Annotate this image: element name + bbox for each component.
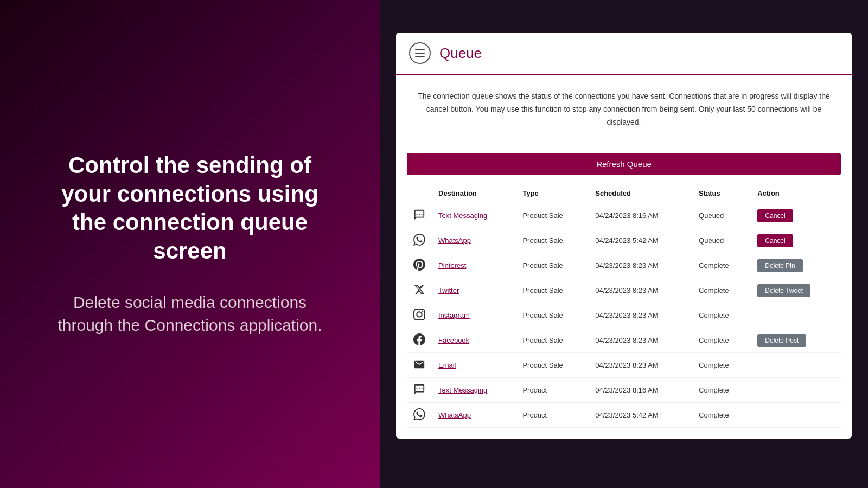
delete-post-button[interactable]: Delete Post bbox=[757, 334, 806, 347]
row-action: Cancel bbox=[751, 203, 841, 228]
table-row: WhatsAppProduct Sale04/24/2023 5:42 AMQu… bbox=[407, 228, 841, 253]
row-status: Complete bbox=[692, 253, 751, 278]
queue-card: Queue The connection queue shows the sta… bbox=[396, 33, 852, 439]
row-scheduled: 04/23/2023 8:23 AM bbox=[589, 278, 692, 303]
col-action: Action bbox=[751, 184, 841, 203]
row-action bbox=[751, 403, 841, 428]
svg-point-2 bbox=[421, 214, 422, 215]
col-status: Status bbox=[692, 184, 751, 203]
svg-point-0 bbox=[416, 214, 417, 215]
destination-link[interactable]: Text Messaging bbox=[438, 211, 487, 220]
table-row: FacebookProduct Sale04/23/2023 8:23 AMCo… bbox=[407, 328, 841, 353]
destination-link[interactable]: WhatsApp bbox=[438, 236, 471, 245]
row-type: Product Sale bbox=[516, 228, 589, 253]
headline: Control the sending of your connections … bbox=[43, 151, 336, 265]
svg-point-4 bbox=[419, 388, 420, 389]
row-destination[interactable]: Twitter bbox=[432, 278, 516, 303]
row-type: Product Sale bbox=[516, 353, 589, 378]
row-action: Delete Tweet bbox=[751, 278, 841, 303]
table-row: Text MessagingProduct04/23/2023 8:16 AMC… bbox=[407, 378, 841, 403]
row-status: Complete bbox=[692, 403, 751, 428]
row-scheduled: 04/24/2023 5:42 AM bbox=[589, 228, 692, 253]
row-icon bbox=[407, 378, 432, 403]
svg-point-5 bbox=[421, 388, 422, 389]
row-scheduled: 04/23/2023 8:16 AM bbox=[589, 378, 692, 403]
col-destination: Destination bbox=[432, 184, 516, 203]
row-type: Product bbox=[516, 403, 589, 428]
row-icon bbox=[407, 203, 432, 228]
row-icon bbox=[407, 353, 432, 378]
delete-pin-button[interactable]: Delete Pin bbox=[757, 259, 802, 272]
table-row: TwitterProduct Sale04/23/2023 8:23 AMCom… bbox=[407, 278, 841, 303]
row-destination[interactable]: Pinterest bbox=[432, 253, 516, 278]
table-row: WhatsAppProduct04/23/2023 5:42 AMComplet… bbox=[407, 403, 841, 428]
destination-link[interactable]: Pinterest bbox=[438, 261, 466, 269]
row-destination[interactable]: Instagram bbox=[432, 303, 516, 328]
row-icon bbox=[407, 403, 432, 428]
row-icon bbox=[407, 253, 432, 278]
row-destination[interactable]: Text Messaging bbox=[432, 378, 516, 403]
col-scheduled: Scheduled bbox=[589, 184, 692, 203]
row-scheduled: 04/23/2023 8:23 AM bbox=[589, 253, 692, 278]
col-type: Type bbox=[516, 184, 589, 203]
queue-description: The connection queue shows the status of… bbox=[396, 75, 852, 144]
refresh-queue-button[interactable]: Refresh Queue bbox=[407, 153, 841, 175]
row-icon bbox=[407, 278, 432, 303]
row-destination[interactable]: Facebook bbox=[432, 328, 516, 353]
table-row: PinterestProduct Sale04/23/2023 8:23 AMC… bbox=[407, 253, 841, 278]
table-row: EmailProduct Sale04/23/2023 8:23 AMCompl… bbox=[407, 353, 841, 378]
destination-link[interactable]: WhatsApp bbox=[438, 411, 471, 419]
row-destination[interactable]: WhatsApp bbox=[432, 403, 516, 428]
row-destination[interactable]: WhatsApp bbox=[432, 228, 516, 253]
col-icon bbox=[407, 184, 432, 203]
row-status: Complete bbox=[692, 328, 751, 353]
row-scheduled: 04/24/2023 8:16 AM bbox=[589, 203, 692, 228]
row-action: Cancel bbox=[751, 228, 841, 253]
row-destination[interactable]: Email bbox=[432, 353, 516, 378]
row-type: Product Sale bbox=[516, 278, 589, 303]
row-status: Complete bbox=[692, 353, 751, 378]
destination-link[interactable]: Instagram bbox=[438, 311, 470, 319]
queue-header: Queue bbox=[396, 33, 852, 75]
row-type: Product bbox=[516, 378, 589, 403]
table-wrapper: Destination Type Scheduled Status Action… bbox=[396, 184, 852, 439]
table-header: Destination Type Scheduled Status Action bbox=[407, 184, 841, 203]
row-status: Complete bbox=[692, 278, 751, 303]
cancel-button[interactable]: Cancel bbox=[757, 209, 793, 222]
row-destination[interactable]: Text Messaging bbox=[432, 203, 516, 228]
table-row: Text MessagingProduct Sale04/24/2023 8:1… bbox=[407, 203, 841, 228]
row-scheduled: 04/23/2023 5:42 AM bbox=[589, 403, 692, 428]
destination-link[interactable]: Facebook bbox=[438, 336, 469, 344]
row-type: Product Sale bbox=[516, 303, 589, 328]
table-body: Text MessagingProduct Sale04/24/2023 8:1… bbox=[407, 203, 841, 428]
cancel-button[interactable]: Cancel bbox=[757, 234, 793, 247]
destination-link[interactable]: Twitter bbox=[438, 286, 459, 294]
table-row: InstagramProduct Sale04/23/2023 8:23 AMC… bbox=[407, 303, 841, 328]
row-action: Delete Pin bbox=[751, 253, 841, 278]
row-status: Queued bbox=[692, 228, 751, 253]
row-status: Complete bbox=[692, 378, 751, 403]
row-icon bbox=[407, 228, 432, 253]
row-type: Product Sale bbox=[516, 328, 589, 353]
destination-link[interactable]: Text Messaging bbox=[438, 386, 487, 394]
destination-link[interactable]: Email bbox=[438, 361, 456, 369]
row-action bbox=[751, 353, 841, 378]
subtext: Delete social media connections through … bbox=[43, 291, 336, 337]
row-type: Product Sale bbox=[516, 253, 589, 278]
row-status: Complete bbox=[692, 303, 751, 328]
row-scheduled: 04/23/2023 8:23 AM bbox=[589, 303, 692, 328]
row-type: Product Sale bbox=[516, 203, 589, 228]
row-icon bbox=[407, 303, 432, 328]
svg-point-3 bbox=[416, 388, 417, 389]
queue-title: Queue bbox=[439, 45, 482, 62]
delete-tweet-button[interactable]: Delete Tweet bbox=[757, 284, 810, 297]
right-panel: Queue The connection queue shows the sta… bbox=[380, 0, 868, 488]
row-action bbox=[751, 378, 841, 403]
row-scheduled: 04/23/2023 8:23 AM bbox=[589, 353, 692, 378]
row-status: Queued bbox=[692, 203, 751, 228]
svg-point-1 bbox=[419, 214, 420, 215]
menu-icon[interactable] bbox=[409, 42, 431, 64]
row-scheduled: 04/23/2023 8:23 AM bbox=[589, 328, 692, 353]
row-action: Delete Post bbox=[751, 328, 841, 353]
row-icon bbox=[407, 328, 432, 353]
